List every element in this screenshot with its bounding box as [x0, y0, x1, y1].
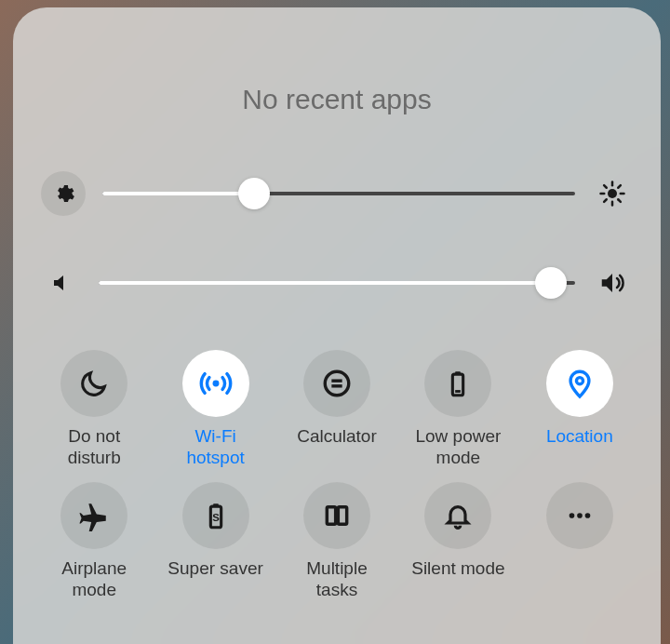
svg-point-10 — [325, 371, 349, 396]
silent-circle — [424, 482, 491, 549]
toggle-calculator[interactable]: Calculator — [280, 350, 394, 469]
gear-icon — [52, 182, 74, 205]
toggle-more[interactable] — [523, 482, 636, 601]
brightness-settings-button[interactable] — [41, 171, 86, 216]
brightness-icon — [598, 180, 626, 208]
volume-max-icon-wrap — [592, 262, 633, 303]
location-pin-icon — [564, 368, 596, 399]
airplane-icon — [78, 500, 110, 531]
recent-apps-header: No recent apps — [35, 7, 638, 171]
hotspot-circle — [182, 350, 249, 417]
airplane-label: Airplane mode — [61, 558, 127, 601]
recent-apps-text: No recent apps — [242, 84, 431, 114]
battery-low-icon — [442, 368, 474, 399]
toggle-hotspot[interactable]: Wi-Fi hotspot — [158, 350, 272, 469]
lowpower-label: Low power mode — [415, 426, 501, 469]
svg-rect-21 — [338, 507, 346, 525]
toggle-silent[interactable]: Silent mode — [401, 482, 515, 601]
moon-icon — [78, 368, 110, 399]
svg-rect-20 — [327, 507, 335, 525]
svg-point-0 — [608, 189, 617, 198]
brightness-fill — [102, 192, 254, 195]
speaker-mute-icon — [50, 272, 73, 294]
toggle-lowpower[interactable]: Low power mode — [401, 350, 515, 469]
bell-icon — [443, 501, 473, 530]
volume-min-icon-wrap — [41, 262, 82, 303]
volume-fill — [99, 281, 551, 285]
svg-line-5 — [604, 185, 607, 188]
svg-rect-14 — [456, 371, 462, 374]
hotspot-label: Wi-Fi hotspot — [186, 426, 244, 469]
toggle-airplane[interactable]: Airplane mode — [37, 482, 151, 601]
svg-rect-18 — [213, 503, 219, 506]
svg-point-23 — [577, 513, 583, 518]
svg-point-9 — [212, 381, 219, 387]
toggle-dnd[interactable]: Do not disturb — [37, 350, 151, 469]
more-circle — [546, 482, 613, 549]
calculator-circle — [303, 350, 370, 417]
svg-point-22 — [569, 513, 574, 518]
svg-text:S: S — [212, 512, 220, 523]
speaker-loud-icon — [598, 269, 626, 297]
brightness-thumb[interactable] — [238, 178, 270, 209]
calculator-label: Calculator — [297, 426, 377, 469]
volume-thumb[interactable] — [535, 267, 567, 299]
dnd-label: Do not disturb — [68, 426, 121, 469]
location-circle — [546, 350, 613, 417]
multitask-label: Multiple tasks — [306, 558, 367, 601]
battery-saver-icon: S — [200, 500, 232, 531]
svg-rect-15 — [456, 390, 462, 393]
brightness-max-icon-wrap — [592, 173, 633, 214]
toggle-supersaver[interactable]: S Super saver — [158, 482, 272, 601]
svg-line-6 — [618, 199, 621, 202]
split-screen-icon — [322, 501, 352, 530]
toggle-multitask[interactable]: Multiple tasks — [280, 482, 394, 601]
location-label: Location — [546, 426, 613, 469]
silent-label: Silent mode — [411, 558, 504, 601]
lowpower-circle — [424, 350, 491, 417]
calculator-icon — [321, 368, 353, 399]
supersaver-label: Super saver — [168, 558, 262, 601]
svg-point-16 — [576, 378, 583, 384]
multitask-circle — [303, 482, 370, 549]
more-dots-icon — [564, 500, 596, 531]
svg-line-7 — [604, 199, 607, 202]
supersaver-circle: S — [182, 482, 249, 549]
brightness-slider[interactable] — [102, 192, 575, 195]
svg-point-24 — [584, 513, 590, 518]
dnd-circle — [60, 350, 127, 417]
airplane-circle — [60, 482, 127, 549]
toggle-location[interactable]: Location — [523, 350, 636, 469]
toggle-grid: Do not disturb Wi-Fi hotspot — [35, 350, 638, 601]
hotspot-icon — [198, 366, 234, 401]
volume-row — [35, 262, 638, 303]
svg-line-8 — [618, 185, 621, 188]
volume-slider[interactable] — [99, 281, 575, 285]
quick-settings-panel: No recent apps — [13, 7, 661, 644]
brightness-row — [35, 171, 638, 216]
